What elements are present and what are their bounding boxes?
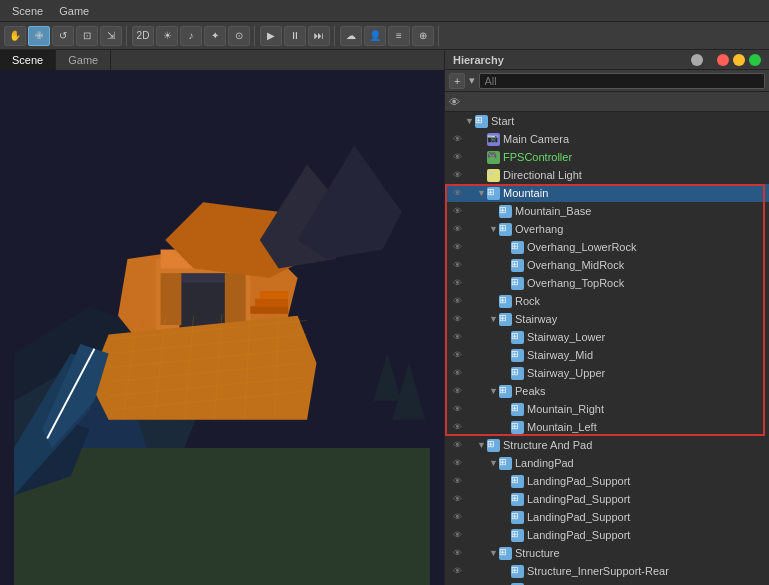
tree-item-overhang[interactable]: 👁⊞Overhang bbox=[445, 220, 769, 238]
eye-cell-main-camera[interactable]: 👁 bbox=[449, 134, 465, 144]
maximize-icon[interactable] bbox=[749, 54, 761, 66]
arrow-landing-pad[interactable] bbox=[489, 458, 499, 468]
arrow-overhang[interactable] bbox=[489, 224, 499, 234]
arrow-mountain[interactable] bbox=[477, 188, 487, 198]
eye-cell-mountain-right[interactable]: 👁 bbox=[449, 404, 465, 414]
scene-canvas[interactable] bbox=[0, 70, 444, 585]
tree-item-mountain-left[interactable]: 👁⊞Mountain_Left bbox=[445, 418, 769, 436]
eye-cell-mountain-base[interactable]: 👁 bbox=[449, 206, 465, 216]
eye-cell-landingpad-support3[interactable]: 👁 bbox=[449, 512, 465, 522]
eye-cell-structure[interactable]: 👁 bbox=[449, 548, 465, 558]
tree-item-stairway-lower[interactable]: 👁⊞Stairway_Lower bbox=[445, 328, 769, 346]
label-mountain-base: Mountain_Base bbox=[515, 205, 591, 217]
toolbar-rotate-btn[interactable]: ↺ bbox=[52, 26, 74, 46]
tree-item-mountain-base[interactable]: 👁⊞Mountain_Base bbox=[445, 202, 769, 220]
tree-container[interactable]: ⊞Start👁📷Main Camera👁🎮FPSController👁☀Dire… bbox=[445, 112, 769, 585]
toolbar-gizmos-btn[interactable]: ⊙ bbox=[228, 26, 250, 46]
tree-item-start[interactable]: ⊞Start bbox=[445, 112, 769, 130]
eye-cell-directional-light[interactable]: 👁 bbox=[449, 170, 465, 180]
dropdown-arrow[interactable]: ▾ bbox=[469, 74, 475, 87]
toolbar-hand-btn[interactable]: ✋ bbox=[4, 26, 26, 46]
toolbar-rect-btn[interactable]: ⇲ bbox=[100, 26, 122, 46]
toolbar-2d-btn[interactable]: 2D bbox=[132, 26, 154, 46]
toolbar-cloud-btn[interactable]: ☁ bbox=[340, 26, 362, 46]
arrow-peaks[interactable] bbox=[489, 386, 499, 396]
hierarchy-panel: Hierarchy + ▾ 👁 ⊞Start👁📷Main Camera👁🎮FPS… bbox=[444, 50, 769, 585]
arrow-stairway[interactable] bbox=[489, 314, 499, 324]
tree-item-overhang-lowerrock[interactable]: 👁⊞Overhang_LowerRock bbox=[445, 238, 769, 256]
menu-game[interactable]: Game bbox=[51, 5, 97, 17]
toolbar-scale-btn[interactable]: ⊡ bbox=[76, 26, 98, 46]
search-input[interactable] bbox=[479, 73, 765, 89]
eye-cell-landingpad-support2[interactable]: 👁 bbox=[449, 494, 465, 504]
tree-item-rock[interactable]: 👁⊞Rock bbox=[445, 292, 769, 310]
tree-item-mountain[interactable]: 👁⊞Mountain bbox=[445, 184, 769, 202]
toolbar-pause-btn[interactable]: ⏸ bbox=[284, 26, 306, 46]
toolbar-account-btn[interactable]: 👤 bbox=[364, 26, 386, 46]
eye-cell-stairway-upper[interactable]: 👁 bbox=[449, 368, 465, 378]
toolbar-audio-btn[interactable]: ♪ bbox=[180, 26, 202, 46]
toolbar-layout-btn[interactable]: ⊕ bbox=[412, 26, 434, 46]
tree-item-peaks[interactable]: 👁⊞Peaks bbox=[445, 382, 769, 400]
eye-cell-landingpad-support4[interactable]: 👁 bbox=[449, 530, 465, 540]
tree-item-stairway-upper[interactable]: 👁⊞Stairway_Upper bbox=[445, 364, 769, 382]
eye-cell-fps-controller[interactable]: 👁 bbox=[449, 152, 465, 162]
eye-cell-landing-pad[interactable]: 👁 bbox=[449, 458, 465, 468]
tab-scene[interactable]: Scene bbox=[0, 50, 56, 70]
menu-bar: Scene Game bbox=[0, 0, 769, 22]
eye-cell-landingpad-support1[interactable]: 👁 bbox=[449, 476, 465, 486]
tree-item-structure[interactable]: 👁⊞Structure bbox=[445, 544, 769, 562]
close-icon[interactable] bbox=[717, 54, 729, 66]
toolbar-step-btn[interactable]: ⏭ bbox=[308, 26, 330, 46]
label-main-camera: Main Camera bbox=[503, 133, 569, 145]
toolbar-light-btn[interactable]: ☀ bbox=[156, 26, 178, 46]
lock-icon[interactable] bbox=[691, 54, 703, 66]
arrow-start[interactable] bbox=[465, 116, 475, 126]
tree-item-landingpad-support2[interactable]: 👁⊞LandingPad_Support bbox=[445, 490, 769, 508]
toolbar-layers-btn[interactable]: ≡ bbox=[388, 26, 410, 46]
eye-cell-structure-inner-rear[interactable]: 👁 bbox=[449, 566, 465, 576]
toolbar-fx-btn[interactable]: ✦ bbox=[204, 26, 226, 46]
tree-item-main-camera[interactable]: 👁📷Main Camera bbox=[445, 130, 769, 148]
tree-item-directional-light[interactable]: 👁☀Directional Light bbox=[445, 166, 769, 184]
icon-main-camera: 📷 bbox=[487, 133, 500, 146]
label-mountain: Mountain bbox=[503, 187, 548, 199]
eye-cell-overhang[interactable]: 👁 bbox=[449, 224, 465, 234]
eye-cell-structure-and-pad[interactable]: 👁 bbox=[449, 440, 465, 450]
minimize-icon[interactable] bbox=[733, 54, 745, 66]
tree-item-stairway[interactable]: 👁⊞Stairway bbox=[445, 310, 769, 328]
arrow-structure-and-pad[interactable] bbox=[477, 440, 487, 450]
tree-item-structure-and-pad[interactable]: 👁⊞Structure And Pad bbox=[445, 436, 769, 454]
tree-item-structure-inner-entrance[interactable]: 👁⊞Structure_InnerSupport-Entrance bbox=[445, 580, 769, 585]
eye-cell-overhang-toprock[interactable]: 👁 bbox=[449, 278, 465, 288]
eye-cell-peaks[interactable]: 👁 bbox=[449, 386, 465, 396]
tab-game[interactable]: Game bbox=[56, 50, 111, 70]
eye-cell-overhang-midrock[interactable]: 👁 bbox=[449, 260, 465, 270]
eye-cell-stairway[interactable]: 👁 bbox=[449, 314, 465, 324]
eye-cell-stairway-lower[interactable]: 👁 bbox=[449, 332, 465, 342]
tree-item-overhang-toprock[interactable]: 👁⊞Overhang_TopRock bbox=[445, 274, 769, 292]
toolbar-play-btn[interactable]: ▶ bbox=[260, 26, 282, 46]
toolbar-move-btn[interactable]: ✙ bbox=[28, 26, 50, 46]
tree-item-structure-inner-rear[interactable]: 👁⊞Structure_InnerSupport-Rear bbox=[445, 562, 769, 580]
tree-item-overhang-midrock[interactable]: 👁⊞Overhang_MidRock bbox=[445, 256, 769, 274]
tree-item-landingpad-support3[interactable]: 👁⊞LandingPad_Support bbox=[445, 508, 769, 526]
icon-landingpad-support4: ⊞ bbox=[511, 529, 524, 542]
eye-cell-mountain-left[interactable]: 👁 bbox=[449, 422, 465, 432]
menu-scene[interactable]: Scene bbox=[4, 5, 51, 17]
add-button[interactable]: + bbox=[449, 73, 465, 89]
label-start: Start bbox=[491, 115, 514, 127]
eye-cell-overhang-lowerrock[interactable]: 👁 bbox=[449, 242, 465, 252]
tree-item-mountain-right[interactable]: 👁⊞Mountain_Right bbox=[445, 400, 769, 418]
tree-item-landingpad-support1[interactable]: 👁⊞LandingPad_Support bbox=[445, 472, 769, 490]
tree-item-stairway-mid[interactable]: 👁⊞Stairway_Mid bbox=[445, 346, 769, 364]
eye-cell-mountain[interactable]: 👁 bbox=[449, 188, 465, 198]
tree-item-landing-pad[interactable]: 👁⊞LandingPad bbox=[445, 454, 769, 472]
eye-cell-rock[interactable]: 👁 bbox=[449, 296, 465, 306]
tree-item-fps-controller[interactable]: 👁🎮FPSController bbox=[445, 148, 769, 166]
eye-cell-stairway-mid[interactable]: 👁 bbox=[449, 350, 465, 360]
arrow-structure[interactable] bbox=[489, 548, 499, 558]
icon-landingpad-support2: ⊞ bbox=[511, 493, 524, 506]
svg-rect-36 bbox=[260, 291, 288, 299]
tree-item-landingpad-support4[interactable]: 👁⊞LandingPad_Support bbox=[445, 526, 769, 544]
